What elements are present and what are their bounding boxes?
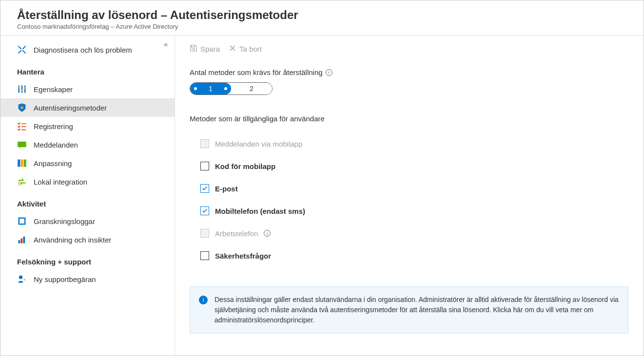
method-security-questions: Säkerhetsfrågor xyxy=(190,244,629,267)
sidebar-item-label: Meddelanden xyxy=(34,141,78,149)
discard-button[interactable]: Ta bort xyxy=(229,44,262,54)
shield-icon xyxy=(17,103,27,112)
svg-rect-15 xyxy=(21,239,23,244)
save-icon xyxy=(190,44,197,54)
svg-point-4 xyxy=(21,90,23,92)
sidebar-item-label: Lokal integration xyxy=(34,178,87,186)
sidebar-item-audit-logs[interactable]: Granskningsloggar xyxy=(0,212,175,230)
palette-icon xyxy=(17,159,27,168)
sidebar-item-label: Egenskaper xyxy=(34,85,73,94)
checkbox-mobile-app-notification xyxy=(200,139,209,148)
svg-point-3 xyxy=(18,86,20,88)
message-icon xyxy=(17,140,27,149)
sidebar-item-label: Anpassning xyxy=(34,159,72,168)
close-icon xyxy=(229,44,236,54)
sidebar-item-customization[interactable]: Anpassning xyxy=(0,154,175,172)
sidebar-section-activity: Aktivitet xyxy=(0,191,175,212)
methods-required-toggle[interactable]: 1 2 xyxy=(190,82,273,95)
sidebar-item-onprem[interactable]: $ Lokal integration xyxy=(0,172,175,191)
collapse-sidebar-icon[interactable]: « xyxy=(164,40,168,48)
toggle-option-2[interactable]: 2 xyxy=(231,83,272,94)
sidebar: « Diagnostisera och lös problem Hantera … xyxy=(0,36,175,356)
method-label: Meddelanden via mobilapp xyxy=(215,140,302,148)
sidebar-item-label: Granskningsloggar xyxy=(34,217,95,225)
sidebar-item-diagnose[interactable]: Diagnostisera och lös problem xyxy=(0,40,175,59)
info-badge-icon: i xyxy=(199,296,208,304)
svg-rect-14 xyxy=(19,240,20,243)
info-icon[interactable]: i xyxy=(326,69,332,76)
method-label: Arbetstelefon xyxy=(215,229,258,238)
sidebar-item-registration[interactable]: Registrering xyxy=(0,117,175,135)
svg-rect-9 xyxy=(21,160,23,167)
sidebar-item-label: Autentiseringsmetoder xyxy=(34,104,107,112)
sliders-icon xyxy=(17,85,27,94)
main-content: Spara Ta bort Antal metoder som krävs fö… xyxy=(175,36,644,356)
support-icon xyxy=(17,275,27,283)
page-header: Återställning av lösenord – Autentiserin… xyxy=(0,0,644,36)
breadcrumb: Contoso marknadsföringsföretag – Azure A… xyxy=(17,23,632,30)
method-label: Kod för mobilapp xyxy=(215,162,275,170)
list-check-icon xyxy=(17,122,27,131)
sidebar-item-label: Diagnostisera och lös problem xyxy=(34,46,132,54)
method-label: Säkerhetsfrågor xyxy=(215,252,271,260)
checkbox-mobile-phone[interactable] xyxy=(200,206,209,215)
sidebar-item-label: Användning och insikter xyxy=(34,236,111,244)
sidebar-item-label: Registrering xyxy=(34,122,73,131)
method-label: Mobiltelefon (endast sms) xyxy=(215,207,305,215)
checkbox-email[interactable] xyxy=(200,184,209,193)
method-mobile-phone: Mobiltelefon (endast sms) xyxy=(190,200,629,222)
page-title: Återställning av lösenord – Autentiserin… xyxy=(17,8,632,22)
method-label: E-post xyxy=(215,185,238,193)
sidebar-section-troubleshoot: Felsökning + support xyxy=(0,249,175,270)
sidebar-item-label: Ny supportbegäran xyxy=(34,275,96,283)
svg-rect-6 xyxy=(21,107,23,109)
method-mobile-app-notification: Meddelanden via mobilapp xyxy=(190,132,629,155)
info-box-text: Dessa inställningar gäller endast slutan… xyxy=(215,295,619,325)
info-icon[interactable]: i xyxy=(264,230,271,237)
methods-required-label: Antal metoder som krävs för återställnin… xyxy=(190,68,629,76)
info-box: i Dessa inställningar gäller endast slut… xyxy=(190,286,628,334)
save-label: Spara xyxy=(200,45,220,53)
sidebar-item-support[interactable]: Ny supportbegäran xyxy=(0,270,175,288)
method-mobile-app-code: Kod för mobilapp xyxy=(190,155,629,177)
wrench-icon xyxy=(17,45,27,54)
svg-rect-10 xyxy=(24,160,26,167)
svg-point-17 xyxy=(19,276,23,280)
sidebar-item-auth-methods[interactable]: Autentiseringsmetoder xyxy=(0,98,175,117)
book-icon xyxy=(17,217,27,225)
svg-rect-8 xyxy=(18,160,20,167)
checkbox-office-phone xyxy=(200,229,209,238)
sidebar-item-properties[interactable]: Egenskaper xyxy=(0,80,175,98)
method-office-phone: Arbetstelefon i xyxy=(190,222,629,244)
toolbar: Spara Ta bort xyxy=(190,44,629,54)
svg-rect-16 xyxy=(23,237,25,244)
discard-label: Ta bort xyxy=(239,45,262,53)
chart-icon xyxy=(17,235,27,244)
svg-point-5 xyxy=(24,87,26,89)
method-email: E-post xyxy=(190,177,629,200)
sidebar-item-notifications[interactable]: Meddelanden xyxy=(0,135,175,154)
sidebar-section-manage: Hantera xyxy=(0,59,175,80)
sidebar-item-usage[interactable]: Användning och insikter xyxy=(0,230,175,249)
svg-rect-13 xyxy=(20,219,24,224)
svg-rect-7 xyxy=(18,142,26,147)
methods-available-label: Metoder som är tillgängliga för användar… xyxy=(190,114,629,123)
checkbox-mobile-app-code[interactable] xyxy=(200,162,209,170)
sync-icon: $ xyxy=(17,177,27,186)
toggle-option-1[interactable]: 1 xyxy=(190,83,231,94)
svg-text:$: $ xyxy=(18,181,20,187)
checkbox-security-questions[interactable] xyxy=(200,251,209,260)
save-button[interactable]: Spara xyxy=(190,44,220,54)
